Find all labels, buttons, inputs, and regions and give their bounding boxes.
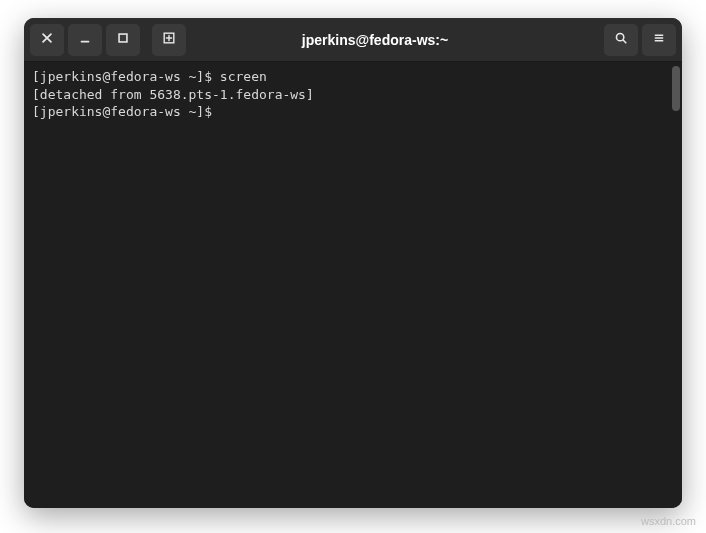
titlebar-right-controls <box>604 24 676 56</box>
minimize-icon <box>78 31 92 49</box>
close-button[interactable] <box>30 24 64 56</box>
terminal-window: jperkins@fedora-ws:~ [jperkins@fedora-ws… <box>24 18 682 508</box>
terminal-line: [detached from 5638.pts-1.fedora-ws] <box>32 86 674 104</box>
search-icon <box>614 31 628 49</box>
maximize-button[interactable] <box>106 24 140 56</box>
close-icon <box>40 31 54 49</box>
cursor <box>220 105 228 119</box>
svg-rect-5 <box>655 37 664 38</box>
window-title: jperkins@fedora-ws:~ <box>150 32 600 48</box>
svg-rect-1 <box>119 34 127 42</box>
minimize-button[interactable] <box>68 24 102 56</box>
terminal-body[interactable]: [jperkins@fedora-ws ~]$ screen [detached… <box>24 62 682 508</box>
svg-rect-6 <box>655 40 664 41</box>
scrollbar-thumb[interactable] <box>672 66 680 111</box>
maximize-icon <box>116 31 130 49</box>
terminal-line: [jperkins@fedora-ws ~]$ screen <box>32 68 674 86</box>
terminal-line: [jperkins@fedora-ws ~]$ <box>32 103 674 121</box>
watermark: wsxdn.com <box>641 515 696 527</box>
svg-rect-4 <box>655 34 664 35</box>
svg-rect-0 <box>81 40 90 42</box>
search-button[interactable] <box>604 24 638 56</box>
hamburger-icon <box>652 31 666 49</box>
menu-button[interactable] <box>642 24 676 56</box>
titlebar: jperkins@fedora-ws:~ <box>24 18 682 62</box>
